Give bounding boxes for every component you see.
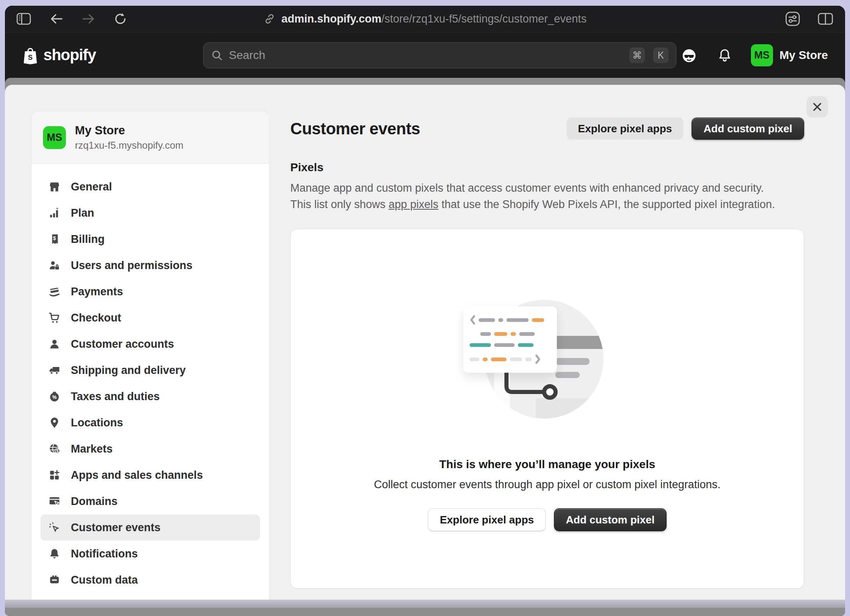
sidebar-item-domains[interactable]: Domains (41, 488, 260, 514)
location-pin-icon (48, 416, 61, 429)
sidebar-item-locations[interactable]: Locations (41, 410, 260, 436)
url-path: /store/rzq1xu-f5/settings/customer_event… (381, 13, 586, 25)
forward-icon[interactable] (82, 13, 95, 25)
sidebar-item-checkout[interactable]: Checkout (41, 305, 260, 331)
global-search[interactable]: ⌘ K (203, 42, 676, 68)
settings-page-backdrop: MS My Store rzq1xu-f5.myshopify.com Gene… (5, 78, 845, 616)
account-name: My Store (780, 49, 828, 62)
plan-icon (48, 206, 61, 220)
account-menu[interactable]: MS My Store (751, 44, 828, 66)
settings-main: Customer events Explore pixel apps Add c… (290, 85, 804, 589)
sidebar-item-plan[interactable]: Plan (41, 200, 260, 226)
close-icon (812, 102, 823, 112)
sidebar-item-apps-and-sales-channels[interactable]: Apps and sales channels (41, 462, 260, 488)
sidebar-item-notifications[interactable]: Notifications (41, 541, 260, 567)
notifications-bell-icon[interactable] (717, 47, 733, 63)
settings-nav: General Plan $ Billing Users and permiss… (32, 164, 269, 608)
empty-state-subtext: Collect customer events through app pixe… (374, 478, 720, 491)
window-bottom-edge (5, 600, 845, 608)
customer-events-icon (48, 521, 61, 534)
money-bag-icon: % (48, 390, 61, 403)
search-input[interactable] (229, 49, 621, 62)
browser-window: admin.shopify.com/store/rzq1xu-f5/settin… (5, 6, 845, 616)
settings-sidebar: MS My Store rzq1xu-f5.myshopify.com Gene… (32, 111, 269, 608)
sidebar-item-shipping-and-delivery[interactable]: Shipping and delivery (41, 357, 260, 383)
svg-text:$: $ (53, 236, 56, 241)
users-icon (48, 259, 61, 272)
sidebar-toggle-icon[interactable] (16, 13, 31, 25)
sidebar-item-users-and-permissions[interactable]: Users and permissions (41, 252, 260, 279)
settings-modal: MS My Store rzq1xu-f5.myshopify.com Gene… (5, 85, 845, 608)
svg-text:S: S (28, 54, 32, 61)
sidebar-item-custom-data[interactable]: Custom data (41, 567, 260, 593)
chevron-right-icon (535, 354, 541, 364)
globe-icon: $ (48, 442, 61, 455)
shortcut-k-key: K (653, 48, 669, 63)
shopify-bag-icon: S (22, 46, 38, 64)
pixels-illustration (476, 300, 619, 423)
store-icon (48, 180, 61, 193)
reload-icon[interactable] (114, 12, 127, 25)
shopify-wordmark: shopify (43, 46, 96, 64)
store-domain: rzq1xu-f5.myshopify.com (75, 140, 183, 151)
sidebar-item-customer-events[interactable]: Customer events (41, 514, 260, 541)
explore-pixel-apps-button[interactable]: Explore pixel apps (567, 118, 684, 140)
shortcut-cmd-key: ⌘ (629, 48, 645, 63)
app-pixels-link[interactable]: app pixels (389, 198, 439, 211)
sidebar-item-customer-accounts[interactable]: Customer accounts (41, 331, 260, 357)
address-bar[interactable]: admin.shopify.com/store/rzq1xu-f5/settin… (263, 6, 586, 32)
billing-icon: $ (48, 233, 61, 246)
shopify-logo[interactable]: S shopify (22, 46, 96, 64)
store-name: My Store (75, 124, 183, 137)
close-button[interactable] (807, 96, 828, 118)
sidebar-item-general[interactable]: General (41, 174, 260, 200)
custom-data-icon (48, 573, 61, 587)
back-icon[interactable] (50, 13, 63, 25)
page-title: Customer events (290, 120, 420, 138)
sidebar-item-payments[interactable]: Payments (41, 279, 260, 305)
pixels-empty-card: This is where you’ll manage your pixels … (290, 229, 804, 589)
sidekick-icon[interactable] (680, 46, 699, 65)
sidebar-item-taxes-and-duties[interactable]: % Taxes and duties (41, 383, 260, 410)
checkout-cart-icon (48, 311, 61, 324)
split-view-icon[interactable] (817, 12, 834, 25)
domains-icon (48, 495, 61, 508)
truck-icon (48, 364, 61, 377)
payments-icon (48, 285, 61, 298)
svg-text:%: % (52, 394, 57, 400)
person-icon (48, 337, 61, 351)
search-icon (211, 49, 223, 61)
add-custom-pixel-button[interactable]: Add custom pixel (692, 118, 804, 140)
svg-text:$: $ (56, 449, 59, 453)
empty-state-heading: This is where you’ll manage your pixels (439, 458, 656, 471)
browser-toolbar: admin.shopify.com/store/rzq1xu-f5/settin… (5, 6, 845, 32)
apps-grid-icon (48, 469, 61, 482)
bell-icon (48, 547, 61, 560)
sidebar-item-billing[interactable]: $ Billing (41, 226, 260, 252)
sidebar-item-markets[interactable]: $ Markets (41, 436, 260, 462)
pixels-description: Manage app and custom pixels that access… (290, 180, 804, 213)
store-avatar: MS (43, 126, 66, 149)
code-card (463, 306, 557, 373)
store-header: MS My Store rzq1xu-f5.myshopify.com (32, 111, 269, 164)
admin-header: S shopify ⌘ K MS My Store (5, 32, 845, 78)
chevron-left-icon (470, 315, 475, 325)
page-settings-icon[interactable] (784, 11, 801, 27)
link-icon (263, 13, 276, 25)
add-custom-pixel-button[interactable]: Add custom pixel (554, 508, 667, 531)
pixels-section-heading: Pixels (290, 161, 804, 174)
url-host: admin.shopify.com (281, 13, 381, 25)
explore-pixel-apps-button[interactable]: Explore pixel apps (428, 508, 546, 531)
store-avatar: MS (751, 44, 773, 66)
